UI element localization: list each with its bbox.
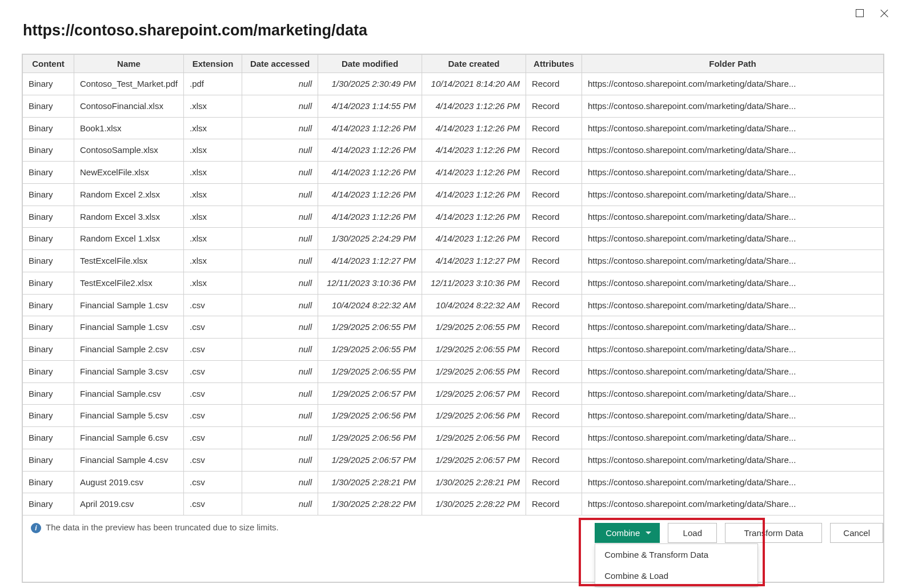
cell-attributes: Record — [526, 206, 582, 228]
cell-name: Financial Sample 1.csv — [74, 316, 184, 339]
cell-accessed: null — [242, 117, 318, 139]
cell-content: Binary — [23, 405, 74, 427]
cell-content: Binary — [23, 360, 74, 382]
cell-extension: .pdf — [184, 73, 242, 95]
table-row[interactable]: BinaryFinancial Sample.csv.csvnull1/29/2… — [23, 382, 884, 405]
col-extension[interactable]: Extension — [184, 55, 242, 73]
col-folder-path[interactable]: Folder Path — [582, 55, 884, 73]
col-attributes[interactable]: Attributes — [526, 55, 582, 73]
col-date-modified[interactable]: Date modified — [318, 55, 422, 73]
cell-attributes: Record — [526, 493, 582, 515]
cell-accessed: null — [242, 427, 318, 449]
combine-load-item[interactable]: Combine & Load — [595, 565, 757, 586]
cell-modified: 12/11/2023 3:10:36 PM — [318, 272, 422, 294]
table-row[interactable]: BinaryContosoFinancial.xlsx.xlsxnull4/14… — [23, 95, 884, 117]
combine-dropdown-menu: Combine & Transform Data Combine & Load — [595, 543, 758, 587]
cell-modified: 1/29/2025 2:06:57 PM — [318, 449, 422, 471]
col-content[interactable]: Content — [23, 55, 74, 73]
col-date-created[interactable]: Date created — [422, 55, 526, 73]
cell-folder-path: https://contoso.sharepoint.com/marketing… — [582, 183, 884, 206]
cell-accessed: null — [242, 405, 318, 427]
cell-accessed: null — [242, 162, 318, 184]
cell-name: April 2019.csv — [74, 493, 184, 515]
table-row[interactable]: BinaryFinancial Sample 2.csv.csvnull1/29… — [23, 339, 884, 361]
cell-folder-path: https://contoso.sharepoint.com/marketing… — [582, 427, 884, 449]
cell-content: Binary — [23, 250, 74, 272]
table-row[interactable]: BinaryFinancial Sample 4.csv.csvnull1/29… — [23, 449, 884, 471]
table-row[interactable]: BinaryContoso_Test_Market.pdf.pdfnull1/3… — [23, 73, 884, 95]
table-row[interactable]: BinaryTestExcelFile.xlsx.xlsxnull4/14/20… — [23, 250, 884, 272]
cell-extension: .csv — [184, 316, 242, 339]
table-row[interactable]: BinaryBook1.xlsx.xlsxnull4/14/2023 1:12:… — [23, 117, 884, 139]
cell-modified: 4/14/2023 1:14:55 PM — [318, 95, 422, 117]
cell-folder-path: https://contoso.sharepoint.com/marketing… — [582, 471, 884, 493]
cell-accessed: null — [242, 449, 318, 471]
table-row[interactable]: BinaryFinancial Sample 1.csv.csvnull10/4… — [23, 294, 884, 316]
table-row[interactable]: BinaryApril 2019.csv.csvnull1/30/2025 2:… — [23, 493, 884, 515]
cell-folder-path: https://contoso.sharepoint.com/marketing… — [582, 117, 884, 139]
cell-attributes: Record — [526, 117, 582, 139]
cell-modified: 1/30/2025 2:30:49 PM — [318, 73, 422, 95]
cell-attributes: Record — [526, 139, 582, 162]
table-row[interactable]: BinaryFinancial Sample 1.csv.csvnull1/29… — [23, 316, 884, 339]
cell-created: 4/14/2023 1:12:26 PM — [422, 206, 526, 228]
col-date-accessed[interactable]: Date accessed — [242, 55, 318, 73]
cell-folder-path: https://contoso.sharepoint.com/marketing… — [582, 360, 884, 382]
cell-accessed: null — [242, 294, 318, 316]
cell-attributes: Record — [526, 162, 582, 184]
navigator-dialog: https://contoso.sharepoint.com/marketing… — [0, 0, 906, 588]
cell-content: Binary — [23, 139, 74, 162]
table-row[interactable]: BinaryFinancial Sample 5.csv.csvnull1/29… — [23, 405, 884, 427]
cell-attributes: Record — [526, 316, 582, 339]
cell-extension: .csv — [184, 449, 242, 471]
cell-name: August 2019.csv — [74, 471, 184, 493]
cell-content: Binary — [23, 206, 74, 228]
cell-extension: .csv — [184, 360, 242, 382]
table-row[interactable]: BinaryTestExcelFile2.xlsx.xlsxnull12/11/… — [23, 272, 884, 294]
combine-transform-item[interactable]: Combine & Transform Data — [595, 544, 757, 565]
cell-name: TestExcelFile2.xlsx — [74, 272, 184, 294]
cell-folder-path: https://contoso.sharepoint.com/marketing… — [582, 449, 884, 471]
close-icon[interactable] — [880, 9, 889, 18]
cell-extension: .xlsx — [184, 250, 242, 272]
table-row[interactable]: BinaryContosoSample.xlsx.xlsxnull4/14/20… — [23, 139, 884, 162]
cell-name: ContosoFinancial.xlsx — [74, 95, 184, 117]
cell-created: 1/29/2025 2:06:55 PM — [422, 339, 526, 361]
cell-content: Binary — [23, 183, 74, 206]
cell-attributes: Record — [526, 382, 582, 405]
cell-modified: 4/14/2023 1:12:26 PM — [318, 206, 422, 228]
cell-extension: .csv — [184, 405, 242, 427]
cell-created: 1/29/2025 2:06:57 PM — [422, 382, 526, 405]
cell-attributes: Record — [526, 73, 582, 95]
table-row[interactable]: BinaryRandom Excel 3.xlsx.xlsxnull4/14/2… — [23, 206, 884, 228]
cell-modified: 1/30/2025 2:28:22 PM — [318, 493, 422, 515]
combine-button[interactable]: Combine — [595, 523, 660, 543]
cell-modified: 4/14/2023 1:12:27 PM — [318, 250, 422, 272]
cell-extension: .csv — [184, 493, 242, 515]
cancel-button[interactable]: Cancel — [830, 523, 883, 543]
col-name[interactable]: Name — [74, 55, 184, 73]
table-row[interactable]: BinaryFinancial Sample 6.csv.csvnull1/29… — [23, 427, 884, 449]
maximize-icon[interactable] — [856, 9, 864, 17]
table-row[interactable]: BinaryAugust 2019.csv.csvnull1/30/2025 2… — [23, 471, 884, 493]
cell-name: Financial Sample 6.csv — [74, 427, 184, 449]
info-icon: i — [31, 523, 41, 533]
cell-name: Random Excel 1.xlsx — [74, 228, 184, 250]
cell-created: 4/14/2023 1:12:27 PM — [422, 250, 526, 272]
table-row[interactable]: BinaryRandom Excel 1.xlsx.xlsxnull1/30/2… — [23, 228, 884, 250]
table-row[interactable]: BinaryFinancial Sample 3.csv.csvnull1/29… — [23, 360, 884, 382]
cell-name: Financial Sample 2.csv — [74, 339, 184, 361]
cell-content: Binary — [23, 449, 74, 471]
cell-name: Financial Sample 4.csv — [74, 449, 184, 471]
cell-accessed: null — [242, 339, 318, 361]
cell-accessed: null — [242, 95, 318, 117]
cell-attributes: Record — [526, 405, 582, 427]
combine-group: Combine Combine & Transform Data Combine… — [595, 523, 660, 543]
transform-data-button[interactable]: Transform Data — [725, 523, 822, 543]
cell-folder-path: https://contoso.sharepoint.com/marketing… — [582, 294, 884, 316]
table-row[interactable]: BinaryNewExcelFile.xlsx.xlsxnull4/14/202… — [23, 162, 884, 184]
cell-content: Binary — [23, 316, 74, 339]
table-row[interactable]: BinaryRandom Excel 2.xlsx.xlsxnull4/14/2… — [23, 183, 884, 206]
load-button[interactable]: Load — [668, 523, 717, 543]
preview-table: Content Name Extension Date accessed Dat… — [22, 54, 884, 515]
